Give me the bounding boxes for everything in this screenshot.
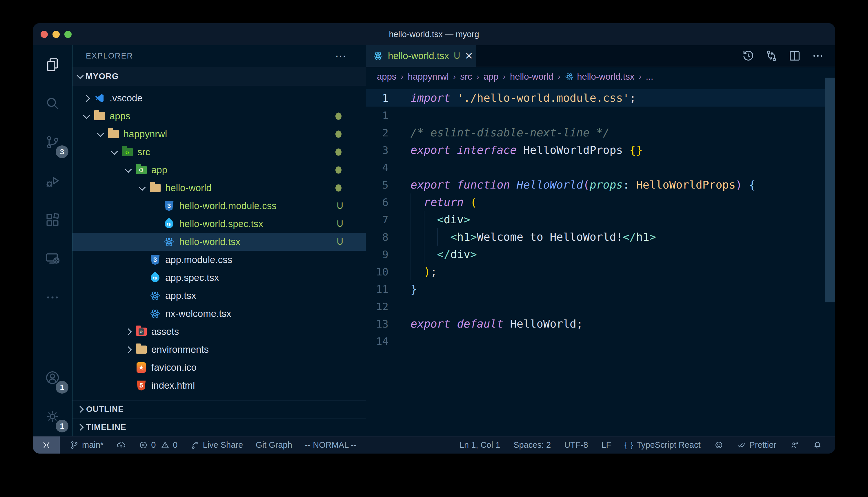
- line-number: 14: [366, 336, 398, 347]
- breadcrumb-hello-world[interactable]: hello-world: [510, 72, 553, 82]
- activity-more-actions[interactable]: [33, 278, 72, 317]
- sidebar-more-actions-icon[interactable]: ⋯: [335, 53, 347, 59]
- no-chevron: [140, 275, 145, 280]
- indent-guide: [437, 228, 438, 246]
- tree-item-hello-world-spec-tsx[interactable]: tshello-world.spec.tsxU: [72, 215, 366, 233]
- tree-item-apps[interactable]: apps: [72, 107, 366, 125]
- status-cursor-position[interactable]: Ln 1, Col 1: [459, 440, 500, 450]
- tree-item-hello-world[interactable]: hello-world: [72, 179, 366, 197]
- tree-item-label: environments: [151, 344, 209, 355]
- status-label: LF: [601, 440, 611, 450]
- tree-item-label: nx-welcome.tsx: [165, 308, 231, 319]
- status-feedback[interactable]: [714, 440, 724, 450]
- editor-scrollbar[interactable]: [825, 77, 835, 302]
- tree-item-app[interactable]: ⚙app: [72, 161, 366, 179]
- status-live-share-contacts[interactable]: [790, 440, 799, 450]
- activity-search[interactable]: [33, 84, 72, 123]
- activity-extensions[interactable]: [33, 200, 72, 239]
- tab-bar: hello-world.tsx U ✕: [366, 45, 835, 67]
- code-line: 7 <div>: [366, 211, 835, 228]
- breadcrumb-apps[interactable]: apps: [377, 72, 396, 82]
- sidebar-title: EXPLORER: [86, 52, 133, 60]
- breadcrumb-src[interactable]: src: [460, 72, 472, 82]
- favicon-icon: ★: [135, 362, 148, 373]
- tree-item-app-module-css[interactable]: 3app.module.css: [72, 251, 366, 269]
- status-notifications[interactable]: [813, 440, 822, 450]
- status-label: UTF-8: [564, 440, 588, 450]
- status-live-share[interactable]: Live Share: [190, 440, 243, 450]
- breadcrumb-happynrwl[interactable]: happynrwl: [408, 72, 449, 82]
- tree-item-environments[interactable]: environments: [72, 341, 366, 358]
- status-git-graph[interactable]: Git Graph: [256, 440, 292, 450]
- indent-guide: [424, 211, 424, 263]
- code-line: 14: [366, 332, 835, 350]
- status-problems[interactable]: 00: [139, 440, 177, 450]
- code-editor[interactable]: 1import './hello-world.module.css';12/* …: [366, 86, 835, 436]
- folder-icon: [107, 130, 120, 138]
- folder-src-icon: ‹›: [121, 148, 134, 156]
- line-number: 1: [366, 92, 398, 104]
- status-language-mode[interactable]: { }TypeScript React: [624, 440, 700, 450]
- chevron-right-icon: [125, 346, 132, 353]
- double-check-icon: [737, 440, 746, 450]
- tree-item-label: hello-world: [165, 183, 212, 194]
- timeline-section[interactable]: TIMELINE: [72, 418, 366, 436]
- activity-run-debug[interactable]: [33, 161, 72, 200]
- breadcrumb-separator: ›: [558, 72, 561, 81]
- remote-indicator[interactable]: [33, 437, 60, 454]
- split-editor-icon[interactable]: [788, 49, 801, 62]
- status-prettier[interactable]: Prettier: [737, 440, 776, 450]
- git-modified-dot: [335, 148, 342, 156]
- tree-item-nx-welcome-tsx[interactable]: nx-welcome.tsx: [72, 305, 366, 323]
- code-line: 4: [366, 159, 835, 176]
- status-sync[interactable]: [116, 440, 126, 450]
- status-bar-right: Ln 1, Col 1Spaces: 2UTF-8LF{ }TypeScript…: [459, 440, 835, 450]
- chevron-right-icon: [77, 424, 83, 431]
- tree-item-hello-world-module-css[interactable]: 3hello-world.module.cssU: [72, 197, 366, 215]
- outline-section[interactable]: OUTLINE: [72, 400, 366, 418]
- tree-item--vscode[interactable]: .vscode: [72, 89, 366, 107]
- line-number: 3: [366, 144, 398, 156]
- status-bar: main*00Live ShareGit Graph-- NORMAL -- L…: [33, 436, 835, 454]
- git-modified-dot: [335, 167, 342, 174]
- breadcrumb-hello-world-tsx[interactable]: hello-world.tsx: [565, 72, 634, 82]
- tree-item-favicon-ico[interactable]: ★favicon.ico: [72, 358, 366, 377]
- breadcrumb-app[interactable]: app: [484, 72, 499, 82]
- activity-settings[interactable]: 1: [33, 397, 72, 436]
- status-eol[interactable]: LF: [601, 440, 611, 450]
- compare-icon[interactable]: [765, 49, 778, 62]
- status-encoding[interactable]: UTF-8: [564, 440, 588, 450]
- status-label: main*: [82, 440, 104, 450]
- tab-hello-world-tsx[interactable]: hello-world.tsx U ✕: [366, 45, 476, 67]
- code-line: 9 </div>: [366, 246, 835, 263]
- tree-item-src[interactable]: ‹›src: [72, 143, 366, 161]
- timeline-label: TIMELINE: [86, 423, 126, 432]
- workspace-section-header[interactable]: MYORG: [72, 67, 366, 86]
- activity-explorer[interactable]: [33, 45, 72, 84]
- status-vim-mode[interactable]: -- NORMAL --: [305, 440, 357, 450]
- status-label: Live Share: [203, 440, 243, 450]
- status-label: Git Graph: [256, 440, 292, 450]
- activity-remote-explorer[interactable]: [33, 239, 72, 278]
- tree-item-app-spec-tsx[interactable]: tsapp.spec.tsx: [72, 269, 366, 287]
- activity-accounts[interactable]: 1: [33, 358, 72, 397]
- tree-item-hello-world-tsx[interactable]: hello-world.tsxU: [72, 233, 366, 251]
- git-untracked-badge: U: [337, 201, 343, 211]
- activity-badge: 1: [56, 420, 68, 432]
- status-git-branch[interactable]: main*: [70, 440, 104, 450]
- breadcrumb--[interactable]: ...: [646, 72, 653, 82]
- tree-item-assets[interactable]: ⚙assets: [72, 323, 366, 341]
- tree-item-happynrwl[interactable]: happynrwl: [72, 125, 366, 143]
- history-icon[interactable]: [742, 49, 755, 62]
- line-number: 13: [366, 318, 398, 330]
- tree-item-app-tsx[interactable]: app.tsx: [72, 287, 366, 305]
- activity-source-control[interactable]: 3: [33, 123, 72, 161]
- chevron-down-icon: [83, 112, 90, 119]
- git-modified-dot: [335, 131, 342, 138]
- person-icon: [790, 440, 799, 450]
- folder-assets-icon: ⚙: [135, 328, 148, 336]
- close-icon[interactable]: ✕: [465, 50, 473, 62]
- tree-item-index-html[interactable]: 5index.html: [72, 377, 366, 395]
- ellipsis-icon[interactable]: [811, 49, 825, 62]
- status-indentation[interactable]: Spaces: 2: [513, 440, 551, 450]
